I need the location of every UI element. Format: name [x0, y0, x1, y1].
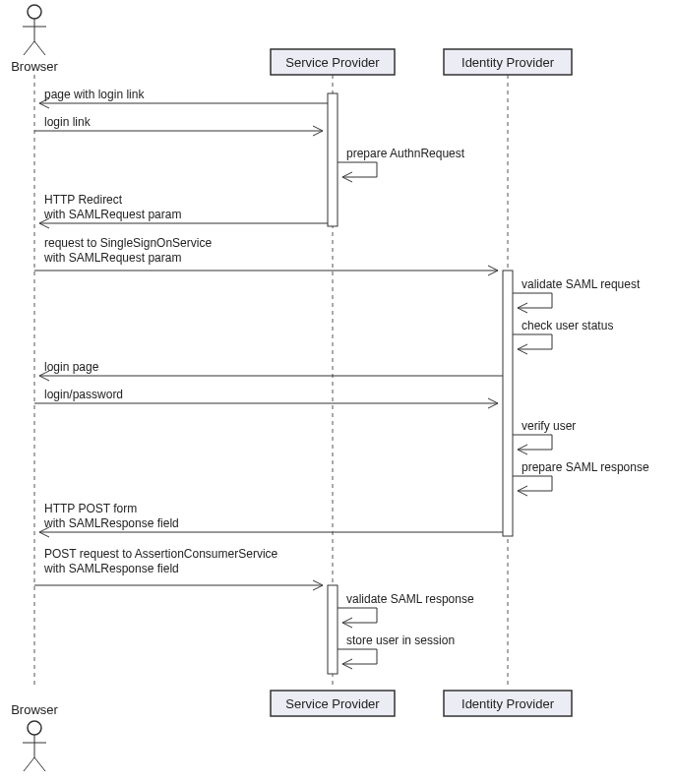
msg-m3	[338, 162, 377, 177]
svg-point-0	[28, 5, 41, 19]
activation-sp-2	[328, 585, 338, 674]
msg-m7	[513, 334, 552, 349]
svg-line-4	[34, 41, 45, 55]
msg-m1-label: page with login link	[44, 88, 145, 101]
msg-m15-label: store user in session	[346, 633, 455, 647]
msg-m13b-label: with SAMLResponse field	[43, 562, 179, 575]
actor-browser-label-top: Browser	[11, 59, 58, 74]
msg-m15	[338, 649, 377, 664]
msg-m9-label: login/password	[44, 388, 123, 401]
msg-m5a-label: request to SingleSignOnService	[44, 236, 212, 250]
msg-m14	[338, 608, 377, 623]
msg-m11	[513, 476, 552, 491]
participant-idp-label-top: Identity Provider	[461, 55, 555, 70]
msg-m4a-label: HTTP Redirect	[44, 193, 123, 207]
actor-browser-label-bottom: Browser	[11, 702, 58, 717]
svg-line-9	[34, 757, 45, 771]
participant-sp-label-bottom: Service Provider	[285, 696, 380, 711]
msg-m2-label: login link	[44, 115, 92, 129]
activation-idp-1	[503, 271, 513, 536]
participant-sp-label-top: Service Provider	[285, 55, 380, 70]
msg-m8-label: login page	[44, 360, 99, 374]
participant-idp-label-bottom: Identity Provider	[461, 696, 555, 711]
msg-m13a-label: POST request to AssertionConsumerService	[44, 547, 278, 561]
msg-m5b-label: with SAMLRequest param	[43, 251, 181, 265]
svg-line-8	[24, 757, 34, 771]
msg-m10-label: verify user	[522, 419, 576, 433]
actor-browser-bottom: Browser	[11, 702, 58, 771]
msg-m3-label: prepare AuthnRequest	[346, 147, 465, 160]
msg-m6-label: validate SAML request	[522, 277, 641, 291]
msg-m6	[513, 293, 552, 308]
svg-point-5	[28, 721, 41, 735]
msg-m11-label: prepare SAML response	[522, 460, 649, 474]
msg-m12b-label: with SAMLResponse field	[43, 516, 179, 530]
actor-browser-top: Browser	[11, 5, 58, 74]
msg-m7-label: check user status	[522, 319, 613, 332]
svg-line-3	[24, 41, 34, 55]
msg-m4b-label: with SAMLRequest param	[43, 208, 181, 221]
msg-m14-label: validate SAML response	[346, 592, 474, 606]
saml-sequence-diagram: Browser Service Provider Identity Provid…	[0, 0, 676, 784]
msg-m12a-label: HTTP POST form	[44, 502, 137, 515]
msg-m10	[513, 435, 552, 450]
activation-sp-1	[328, 93, 338, 226]
